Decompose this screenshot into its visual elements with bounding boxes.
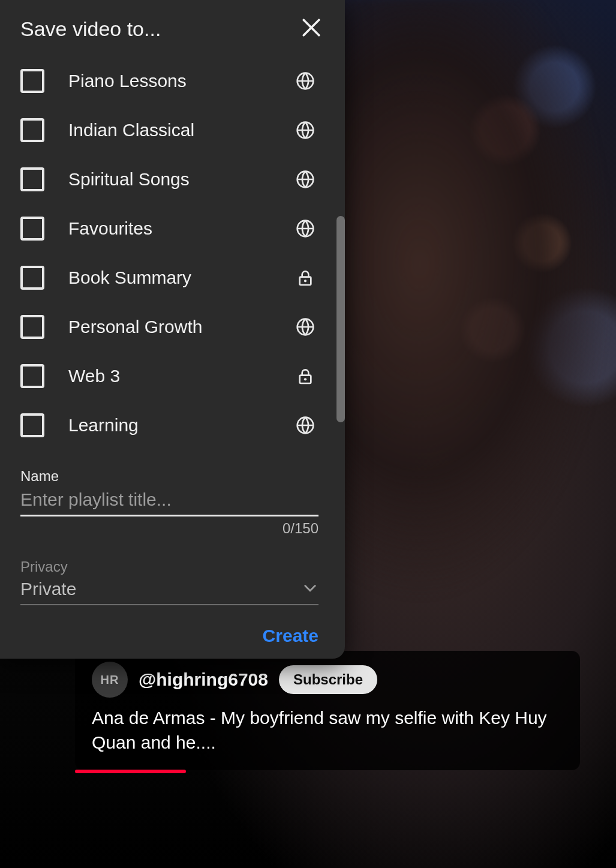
dialog-header: Save video to... xyxy=(0,0,345,53)
globe-icon xyxy=(293,217,317,241)
checkbox[interactable] xyxy=(20,118,44,142)
playlist-label: Web 3 xyxy=(68,366,293,386)
channel-handle[interactable]: @highring6708 xyxy=(139,669,268,690)
playlist-label: Indian Classical xyxy=(68,120,293,140)
checkbox[interactable] xyxy=(20,167,44,191)
lock-icon xyxy=(293,266,317,290)
playlist-label: Piano Lessons xyxy=(68,71,293,91)
list-item[interactable]: Favourites xyxy=(20,204,330,253)
globe-icon xyxy=(293,315,317,339)
playlist-label: Favourites xyxy=(68,218,293,239)
list-item[interactable]: Indian Classical xyxy=(20,106,330,155)
privacy-field-label: Privacy xyxy=(20,558,318,575)
chevron-down-icon xyxy=(302,579,318,599)
char-counter: 0/150 xyxy=(20,520,318,537)
list-item[interactable]: Web 3 xyxy=(20,352,330,401)
list-item[interactable]: Personal Growth xyxy=(20,302,330,352)
globe-icon xyxy=(293,167,317,191)
progress-bar[interactable] xyxy=(75,770,186,773)
playlist-label: Spiritual Songs xyxy=(68,169,293,190)
list-item[interactable]: Spiritual Songs xyxy=(20,155,330,204)
globe-icon xyxy=(293,413,317,437)
video-title: Ana de Armas - My boyfriend saw my selfi… xyxy=(92,706,563,755)
new-playlist-form: Name 0/150 Privacy Private xyxy=(0,453,345,605)
list-item[interactable]: Book Summary xyxy=(20,253,330,302)
checkbox[interactable] xyxy=(20,217,44,241)
playlist-label: Book Summary xyxy=(68,268,293,288)
video-info-overlay: HR @highring6708 Subscribe Ana de Armas … xyxy=(75,651,580,770)
list-item[interactable]: Piano Lessons xyxy=(20,56,330,106)
globe-icon xyxy=(293,69,317,93)
checkbox[interactable] xyxy=(20,69,44,93)
lock-icon xyxy=(293,364,317,388)
privacy-value: Private xyxy=(20,579,76,599)
checkbox[interactable] xyxy=(20,413,44,437)
playlist-label: Learning xyxy=(68,415,293,435)
globe-icon xyxy=(293,118,317,142)
dialog-title: Save video to... xyxy=(20,17,161,41)
close-icon xyxy=(301,17,321,40)
playlist-name-input[interactable] xyxy=(20,487,318,516)
playlist-list: Piano Lessons Indian Classical Spiritual… xyxy=(0,53,345,453)
dialog-actions: Create xyxy=(0,605,345,663)
save-video-dialog: Save video to... Piano Lessons Indian Cl… xyxy=(0,0,345,659)
checkbox[interactable] xyxy=(20,266,44,290)
name-field-label: Name xyxy=(20,468,318,485)
privacy-field: Privacy Private xyxy=(20,558,318,605)
subscribe-button[interactable]: Subscribe xyxy=(279,665,377,694)
list-item[interactable]: Learning xyxy=(20,401,330,450)
privacy-select[interactable]: Private xyxy=(20,576,318,605)
create-button[interactable]: Create xyxy=(263,626,318,646)
avatar[interactable]: HR xyxy=(92,662,128,698)
channel-row: HR @highring6708 Subscribe xyxy=(92,662,563,698)
checkbox[interactable] xyxy=(20,315,44,339)
scrollbar-thumb[interactable] xyxy=(336,216,345,422)
checkbox[interactable] xyxy=(20,364,44,388)
close-button[interactable] xyxy=(298,16,324,42)
playlist-label: Personal Growth xyxy=(68,317,293,337)
